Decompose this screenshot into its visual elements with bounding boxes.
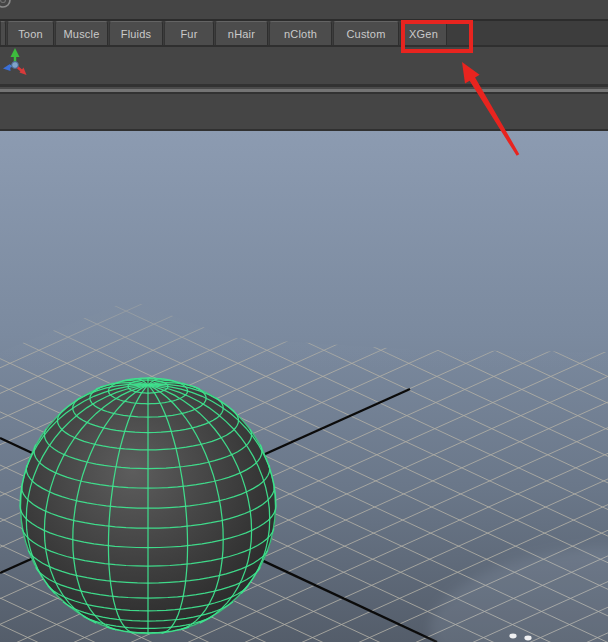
move-tool-icon[interactable] (2, 44, 32, 78)
viewport-3d[interactable] (0, 131, 608, 642)
partial-dial-icon (0, 0, 18, 13)
toolbar-strip (0, 0, 608, 21)
shelf-tab-fluids[interactable]: Fluids (109, 21, 163, 45)
shelf-tab-fur[interactable]: Fur (164, 21, 214, 45)
shelf-tab-xgen[interactable]: XGen (400, 21, 447, 45)
shelf-tab-ncloth[interactable]: nCloth (269, 21, 332, 45)
maya-window: ToonMuscleFluidsFurnHairnClothCustomXGen (0, 0, 608, 642)
shelf-tab-partial[interactable] (0, 21, 6, 45)
panel-toolbar-area (0, 94, 608, 131)
shelf-tab-bar: ToonMuscleFluidsFurnHairnClothCustomXGen (0, 21, 608, 47)
shelf-tab-muscle[interactable]: Muscle (55, 21, 108, 45)
shelf-content (0, 47, 608, 84)
shelf-tab-custom[interactable]: Custom (333, 21, 399, 45)
shelf-tab-toon[interactable]: Toon (7, 21, 54, 45)
shelf-tab-nhair[interactable]: nHair (215, 21, 268, 45)
